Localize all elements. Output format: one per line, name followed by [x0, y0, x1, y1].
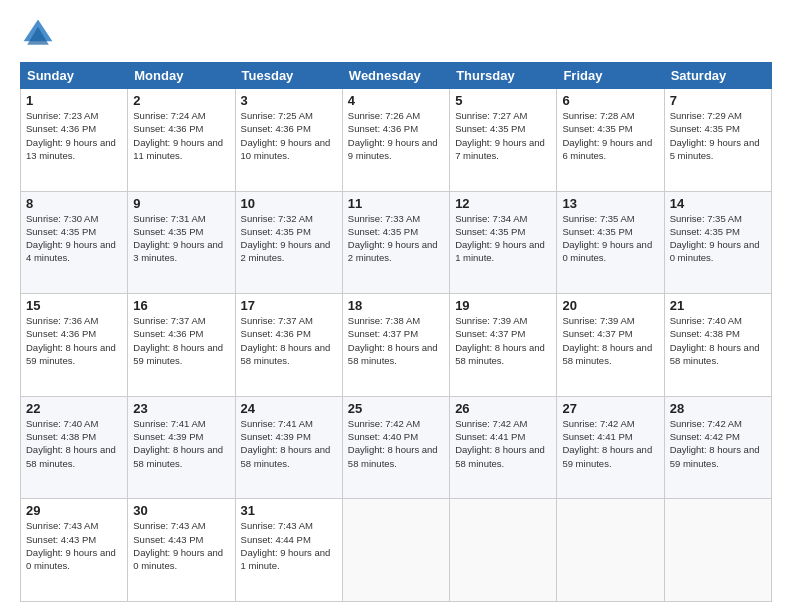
day-info: Sunrise: 7:31 AM Sunset: 4:35 PM Dayligh…	[133, 212, 229, 265]
day-number: 1	[26, 93, 122, 108]
day-info: Sunrise: 7:42 AM Sunset: 4:40 PM Dayligh…	[348, 417, 444, 470]
calendar-cell: 4 Sunrise: 7:26 AM Sunset: 4:36 PM Dayli…	[342, 89, 449, 192]
day-info: Sunrise: 7:39 AM Sunset: 4:37 PM Dayligh…	[562, 314, 658, 367]
calendar-table: SundayMondayTuesdayWednesdayThursdayFrid…	[20, 62, 772, 602]
day-number: 13	[562, 196, 658, 211]
day-info: Sunrise: 7:38 AM Sunset: 4:37 PM Dayligh…	[348, 314, 444, 367]
day-number: 5	[455, 93, 551, 108]
day-info: Sunrise: 7:28 AM Sunset: 4:35 PM Dayligh…	[562, 109, 658, 162]
calendar-cell: 12 Sunrise: 7:34 AM Sunset: 4:35 PM Dayl…	[450, 191, 557, 294]
day-info: Sunrise: 7:43 AM Sunset: 4:43 PM Dayligh…	[133, 519, 229, 572]
day-info: Sunrise: 7:35 AM Sunset: 4:35 PM Dayligh…	[562, 212, 658, 265]
calendar-header-saturday: Saturday	[664, 63, 771, 89]
calendar-cell: 7 Sunrise: 7:29 AM Sunset: 4:35 PM Dayli…	[664, 89, 771, 192]
day-info: Sunrise: 7:32 AM Sunset: 4:35 PM Dayligh…	[241, 212, 337, 265]
day-info: Sunrise: 7:30 AM Sunset: 4:35 PM Dayligh…	[26, 212, 122, 265]
day-info: Sunrise: 7:39 AM Sunset: 4:37 PM Dayligh…	[455, 314, 551, 367]
calendar-cell: 18 Sunrise: 7:38 AM Sunset: 4:37 PM Dayl…	[342, 294, 449, 397]
day-info: Sunrise: 7:36 AM Sunset: 4:36 PM Dayligh…	[26, 314, 122, 367]
calendar-cell: 8 Sunrise: 7:30 AM Sunset: 4:35 PM Dayli…	[21, 191, 128, 294]
calendar-cell: 30 Sunrise: 7:43 AM Sunset: 4:43 PM Dayl…	[128, 499, 235, 602]
day-info: Sunrise: 7:43 AM Sunset: 4:44 PM Dayligh…	[241, 519, 337, 572]
calendar-cell: 26 Sunrise: 7:42 AM Sunset: 4:41 PM Dayl…	[450, 396, 557, 499]
day-info: Sunrise: 7:29 AM Sunset: 4:35 PM Dayligh…	[670, 109, 766, 162]
calendar-cell: 11 Sunrise: 7:33 AM Sunset: 4:35 PM Dayl…	[342, 191, 449, 294]
day-info: Sunrise: 7:42 AM Sunset: 4:41 PM Dayligh…	[562, 417, 658, 470]
calendar-cell	[342, 499, 449, 602]
calendar-header-sunday: Sunday	[21, 63, 128, 89]
page: SundayMondayTuesdayWednesdayThursdayFrid…	[0, 0, 792, 612]
calendar-cell: 25 Sunrise: 7:42 AM Sunset: 4:40 PM Dayl…	[342, 396, 449, 499]
header	[20, 16, 772, 52]
calendar-cell: 20 Sunrise: 7:39 AM Sunset: 4:37 PM Dayl…	[557, 294, 664, 397]
day-number: 30	[133, 503, 229, 518]
calendar-cell: 5 Sunrise: 7:27 AM Sunset: 4:35 PM Dayli…	[450, 89, 557, 192]
calendar-cell: 29 Sunrise: 7:43 AM Sunset: 4:43 PM Dayl…	[21, 499, 128, 602]
calendar-cell: 2 Sunrise: 7:24 AM Sunset: 4:36 PM Dayli…	[128, 89, 235, 192]
calendar-cell	[664, 499, 771, 602]
day-number: 18	[348, 298, 444, 313]
day-number: 22	[26, 401, 122, 416]
day-info: Sunrise: 7:24 AM Sunset: 4:36 PM Dayligh…	[133, 109, 229, 162]
day-info: Sunrise: 7:37 AM Sunset: 4:36 PM Dayligh…	[133, 314, 229, 367]
day-number: 9	[133, 196, 229, 211]
calendar-cell: 14 Sunrise: 7:35 AM Sunset: 4:35 PM Dayl…	[664, 191, 771, 294]
calendar-cell: 1 Sunrise: 7:23 AM Sunset: 4:36 PM Dayli…	[21, 89, 128, 192]
calendar-cell: 22 Sunrise: 7:40 AM Sunset: 4:38 PM Dayl…	[21, 396, 128, 499]
day-info: Sunrise: 7:34 AM Sunset: 4:35 PM Dayligh…	[455, 212, 551, 265]
day-info: Sunrise: 7:41 AM Sunset: 4:39 PM Dayligh…	[133, 417, 229, 470]
day-number: 26	[455, 401, 551, 416]
calendar-cell: 10 Sunrise: 7:32 AM Sunset: 4:35 PM Dayl…	[235, 191, 342, 294]
day-number: 21	[670, 298, 766, 313]
day-number: 20	[562, 298, 658, 313]
day-info: Sunrise: 7:42 AM Sunset: 4:41 PM Dayligh…	[455, 417, 551, 470]
day-number: 27	[562, 401, 658, 416]
day-info: Sunrise: 7:35 AM Sunset: 4:35 PM Dayligh…	[670, 212, 766, 265]
calendar-header-wednesday: Wednesday	[342, 63, 449, 89]
calendar-week-4: 22 Sunrise: 7:40 AM Sunset: 4:38 PM Dayl…	[21, 396, 772, 499]
day-number: 16	[133, 298, 229, 313]
day-info: Sunrise: 7:37 AM Sunset: 4:36 PM Dayligh…	[241, 314, 337, 367]
calendar-week-2: 8 Sunrise: 7:30 AM Sunset: 4:35 PM Dayli…	[21, 191, 772, 294]
calendar-header-monday: Monday	[128, 63, 235, 89]
calendar-cell: 16 Sunrise: 7:37 AM Sunset: 4:36 PM Dayl…	[128, 294, 235, 397]
day-number: 6	[562, 93, 658, 108]
day-number: 12	[455, 196, 551, 211]
day-info: Sunrise: 7:40 AM Sunset: 4:38 PM Dayligh…	[26, 417, 122, 470]
day-info: Sunrise: 7:41 AM Sunset: 4:39 PM Dayligh…	[241, 417, 337, 470]
day-number: 29	[26, 503, 122, 518]
day-number: 15	[26, 298, 122, 313]
calendar-cell: 6 Sunrise: 7:28 AM Sunset: 4:35 PM Dayli…	[557, 89, 664, 192]
calendar-cell: 13 Sunrise: 7:35 AM Sunset: 4:35 PM Dayl…	[557, 191, 664, 294]
calendar-cell: 15 Sunrise: 7:36 AM Sunset: 4:36 PM Dayl…	[21, 294, 128, 397]
calendar-header-friday: Friday	[557, 63, 664, 89]
day-info: Sunrise: 7:27 AM Sunset: 4:35 PM Dayligh…	[455, 109, 551, 162]
logo	[20, 16, 62, 52]
day-info: Sunrise: 7:26 AM Sunset: 4:36 PM Dayligh…	[348, 109, 444, 162]
calendar-cell: 3 Sunrise: 7:25 AM Sunset: 4:36 PM Dayli…	[235, 89, 342, 192]
day-number: 3	[241, 93, 337, 108]
day-info: Sunrise: 7:23 AM Sunset: 4:36 PM Dayligh…	[26, 109, 122, 162]
day-info: Sunrise: 7:25 AM Sunset: 4:36 PM Dayligh…	[241, 109, 337, 162]
day-number: 24	[241, 401, 337, 416]
day-info: Sunrise: 7:42 AM Sunset: 4:42 PM Dayligh…	[670, 417, 766, 470]
logo-icon	[20, 16, 56, 52]
day-info: Sunrise: 7:40 AM Sunset: 4:38 PM Dayligh…	[670, 314, 766, 367]
calendar-cell	[557, 499, 664, 602]
calendar-cell: 28 Sunrise: 7:42 AM Sunset: 4:42 PM Dayl…	[664, 396, 771, 499]
calendar-cell: 23 Sunrise: 7:41 AM Sunset: 4:39 PM Dayl…	[128, 396, 235, 499]
calendar-header-row: SundayMondayTuesdayWednesdayThursdayFrid…	[21, 63, 772, 89]
day-number: 14	[670, 196, 766, 211]
day-number: 2	[133, 93, 229, 108]
calendar-cell: 9 Sunrise: 7:31 AM Sunset: 4:35 PM Dayli…	[128, 191, 235, 294]
calendar-cell	[450, 499, 557, 602]
day-info: Sunrise: 7:33 AM Sunset: 4:35 PM Dayligh…	[348, 212, 444, 265]
calendar-cell: 17 Sunrise: 7:37 AM Sunset: 4:36 PM Dayl…	[235, 294, 342, 397]
day-number: 23	[133, 401, 229, 416]
calendar-week-3: 15 Sunrise: 7:36 AM Sunset: 4:36 PM Dayl…	[21, 294, 772, 397]
day-number: 31	[241, 503, 337, 518]
day-number: 11	[348, 196, 444, 211]
day-number: 17	[241, 298, 337, 313]
calendar-week-1: 1 Sunrise: 7:23 AM Sunset: 4:36 PM Dayli…	[21, 89, 772, 192]
day-number: 4	[348, 93, 444, 108]
